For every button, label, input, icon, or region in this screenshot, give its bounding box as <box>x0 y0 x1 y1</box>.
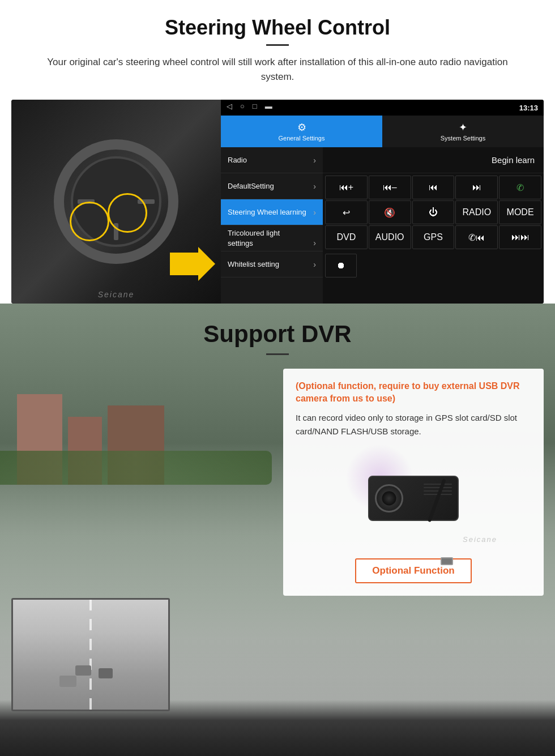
steering-wheel <box>54 139 178 264</box>
whitelist-label: Whitelist setting <box>228 260 279 268</box>
usb-connector <box>441 557 453 565</box>
camera-assembly <box>368 476 459 521</box>
car-shape-2 <box>99 668 113 678</box>
steering-section-header: Steering Wheel Control Your original car… <box>0 0 555 89</box>
arrow-overlay <box>170 247 215 281</box>
chevron-icon: › <box>313 208 316 217</box>
ctrl-prev[interactable]: ⏮ <box>412 176 455 199</box>
dvr-section: Support DVR (Optional function, require … <box>0 304 555 756</box>
ctrl-vol-down[interactable]: ⏮– <box>369 176 411 199</box>
chevron-icon: › <box>313 156 316 165</box>
tab-general-settings[interactable]: ⚙ General Settings <box>221 116 382 147</box>
steering-ui-area: Seicane ◁ ○ □ ▬ 13:13 ⚙ General Settings… <box>11 100 544 304</box>
highlight-circle-right <box>108 193 147 233</box>
left-menu: Radio › DefaultSetting › Steering Wheel … <box>221 147 323 304</box>
chevron-icon: › <box>313 182 316 191</box>
watermark-dvr: Seicane <box>463 535 497 544</box>
ctrl-gps[interactable]: GPS <box>412 225 455 249</box>
steering-photo: Seicane <box>11 100 221 304</box>
dvr-camera-illustration: Seicane <box>296 447 531 549</box>
menu-controls-area: Radio › DefaultSetting › Steering Wheel … <box>221 147 544 304</box>
camera-body <box>368 476 459 521</box>
ctrl-dvd[interactable]: DVD <box>325 225 368 249</box>
ctrl-back[interactable]: ↩ <box>325 200 368 224</box>
dvr-header: Support DVR <box>0 304 555 364</box>
android-ui: ◁ ○ □ ▬ 13:13 ⚙ General Settings ✦ Syste… <box>221 100 544 304</box>
menu-item-default-setting[interactable]: DefaultSetting › <box>221 173 323 199</box>
system-settings-label: System Settings <box>441 135 485 142</box>
dvr-description-text: It can record video only to storage in G… <box>296 411 531 438</box>
tricoloured-label: Tricoloured light <box>228 229 280 237</box>
ctrl-mute[interactable]: 🔇 <box>369 200 411 224</box>
car-shape-3 <box>75 665 91 676</box>
menu-item-whitelist[interactable]: Whitelist setting › <box>221 251 323 277</box>
ctrl-phone-next[interactable]: ⏭⏭ <box>499 225 541 249</box>
recents-icon[interactable]: □ <box>253 102 257 110</box>
menu-item-steering-wheel[interactable]: Steering Wheel learning › <box>221 199 323 225</box>
title-divider <box>266 44 289 46</box>
default-setting-label: DefaultSetting <box>228 182 274 190</box>
steering-description: Your original car's steering wheel contr… <box>34 55 521 84</box>
chevron-icon: › <box>313 238 316 247</box>
svg-marker-0 <box>170 247 215 281</box>
chevron-icon: › <box>313 260 316 269</box>
dvr-title-divider <box>266 353 289 355</box>
car-shape-1 <box>59 676 76 687</box>
general-settings-label: General Settings <box>279 135 325 142</box>
ctrl-next[interactable]: ⏭ <box>455 176 498 199</box>
road-center-line <box>89 600 92 710</box>
hedge-row <box>0 451 272 485</box>
back-icon[interactable]: ◁ <box>227 102 232 110</box>
home-icon[interactable]: ○ <box>240 102 245 110</box>
dvr-info-box: (Optional function, require to buy exter… <box>283 369 544 596</box>
status-bar: ◁ ○ □ ▬ 13:13 <box>221 100 544 116</box>
ctrl-phone[interactable]: ✆ <box>499 176 541 199</box>
nav-icons: ◁ ○ □ ▬ <box>227 102 272 110</box>
menu-item-radio[interactable]: Radio › <box>221 147 323 173</box>
settings-tabs: ⚙ General Settings ✦ System Settings <box>221 116 544 147</box>
begin-learn-button[interactable]: Begin learn <box>492 155 535 165</box>
tricoloured-sublabel: settings <box>228 239 253 247</box>
optional-function-button[interactable]: Optional Function <box>355 558 471 583</box>
ctrl-audio[interactable]: AUDIO <box>369 225 411 249</box>
camera-lens <box>375 484 403 512</box>
right-controls: Begin learn ⏮+ ⏮– ⏮ ⏭ ✆ ↩ 🔇 ⏻ RADIO MODE <box>323 147 544 304</box>
steering-wheel-label: Steering Wheel learning <box>228 208 306 216</box>
begin-learn-row: Begin learn <box>323 147 544 173</box>
menu-icon[interactable]: ▬ <box>265 102 272 110</box>
dvr-title: Support DVR <box>0 321 555 348</box>
status-time: 13:13 <box>519 104 538 112</box>
ctrl-extra[interactable]: ⏺ <box>325 254 357 277</box>
ctrl-mode[interactable]: MODE <box>499 200 541 224</box>
ctrl-vol-up[interactable]: ⏮+ <box>325 176 368 199</box>
ctrl-phone-prev[interactable]: ✆⏮ <box>455 225 498 249</box>
controls-button-grid: ⏮+ ⏮– ⏮ ⏭ ✆ ↩ 🔇 ⏻ RADIO MODE DVD AUDIO G… <box>323 173 544 251</box>
tab-system-settings[interactable]: ✦ System Settings <box>382 116 544 147</box>
optional-notice-text: (Optional function, require to buy exter… <box>296 380 531 405</box>
ctrl-radio[interactable]: RADIO <box>455 200 498 224</box>
gear-icon: ⚙ <box>297 121 306 134</box>
system-icon: ✦ <box>459 121 467 134</box>
dvr-screen-inset <box>11 598 170 711</box>
steering-title: Steering Wheel Control <box>34 16 521 40</box>
menu-item-tricoloured[interactable]: Tricoloured light settings › <box>221 225 323 251</box>
highlight-circle-left <box>70 202 109 241</box>
ctrl-power[interactable]: ⏻ <box>412 200 455 224</box>
direction-arrow-icon <box>170 247 215 281</box>
watermark-left: Seicane <box>98 290 135 299</box>
dvr-screen-road <box>13 600 168 710</box>
radio-label: Radio <box>228 156 247 164</box>
